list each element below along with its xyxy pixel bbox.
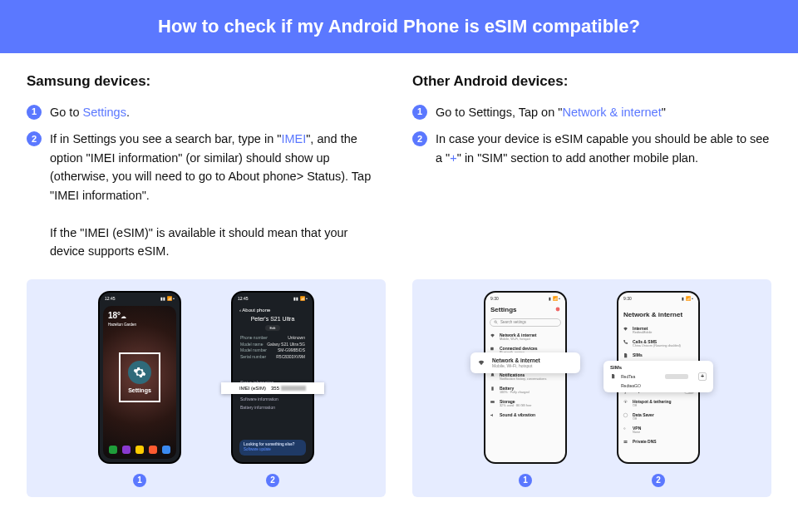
sims-callout: SIMs RedTea + RedteaGO	[603, 361, 713, 392]
bell-icon	[490, 372, 495, 378]
android-settings-phone: 9:30▮ 📶 ▪ Settings Search settings Netwo…	[484, 291, 567, 464]
screenshot-number-1: 1	[519, 474, 532, 487]
add-sim-plus-icon: +	[698, 372, 707, 381]
wallpaper: 18°☁ Hazelton Garden Settings	[103, 306, 176, 459]
settings-keyword: Settings	[83, 106, 126, 119]
svg-rect-13	[623, 441, 627, 441]
svg-point-10	[625, 401, 627, 402]
sim-icon	[623, 352, 628, 358]
search-icon	[494, 320, 498, 324]
instructions-columns: Samsung devices: 1 Go to Settings. 2 If …	[0, 53, 798, 269]
devices-icon	[490, 346, 495, 352]
weather-widget: 18°☁ Hazelton Garden	[108, 311, 136, 328]
other-step-2: 2 In case your device is eSIM capable yo…	[412, 130, 771, 167]
svg-point-1	[495, 321, 497, 323]
step-text: Go to Settings, Tap on "Network & intern…	[436, 103, 771, 121]
step-number-badge: 1	[27, 105, 42, 120]
svg-rect-9	[490, 401, 495, 402]
step-text: If in Settings you see a search bar, typ…	[50, 130, 386, 260]
settings-header: Settings	[485, 303, 565, 315]
settings-app-highlight: Settings	[119, 352, 160, 402]
svg-rect-8	[491, 387, 493, 391]
svg-line-2	[496, 323, 497, 323]
screenshot-number-2: 2	[652, 474, 665, 487]
svg-point-0	[556, 308, 560, 312]
battery-icon	[490, 386, 495, 392]
network-header: Network & internet	[618, 303, 698, 320]
samsung-step-2: 2 If in Settings you see a search bar, t…	[27, 130, 386, 260]
datasaver-icon	[623, 412, 628, 418]
redacted-sim-info	[665, 374, 688, 379]
redacted-imei	[281, 386, 306, 391]
wifi-icon	[623, 326, 628, 332]
app-dock	[106, 444, 173, 456]
imei-esim-highlight: IMEI (eSIM) 355	[221, 382, 324, 394]
sound-icon	[490, 412, 495, 418]
step-number-badge: 1	[412, 105, 427, 120]
imei-keyword: IMEI	[281, 132, 306, 145]
device-info-list: Phone numberUnknown Model nameGalaxy S21…	[236, 334, 309, 361]
android-network-phone: 9:30▮ 📶 ▪ Network & internet InternetRed…	[617, 291, 700, 464]
plus-keyword: +	[450, 151, 456, 165]
dns-icon	[623, 439, 628, 445]
screenshots-row: 12:45▮▮ 📶 ▪ 18°☁ Hazelton Garden Setting…	[0, 279, 798, 497]
hotspot-icon	[623, 399, 628, 405]
svg-rect-14	[623, 442, 627, 443]
status-bar: 9:30▮ 📶 ▪	[490, 296, 560, 303]
samsung-phone-home: 12:45▮▮ 📶 ▪ 18°☁ Hazelton Garden Setting…	[98, 291, 181, 464]
page-title: How to check if my Android Phone is eSIM…	[158, 16, 640, 37]
step-text: In case your device is eSIM capable you …	[436, 130, 771, 167]
status-bar: 9:30▮ 📶 ▪	[623, 296, 693, 303]
about-phone-header: ‹ About phone	[236, 306, 309, 314]
other-android-screenshots: 9:30▮ 📶 ▪ Settings Search settings Netwo…	[412, 279, 771, 497]
page-header: How to check if my Android Phone is eSIM…	[0, 0, 798, 53]
avatar-icon	[555, 307, 560, 312]
gear-icon	[128, 361, 151, 384]
wifi-icon	[477, 358, 485, 367]
samsung-column: Samsung devices: 1 Go to Settings. 2 If …	[27, 73, 386, 269]
network-internet-callout: Network & internetMobile, Wi-Fi, hotspot	[470, 352, 580, 373]
screenshot-numbers: 1 2	[484, 474, 700, 487]
settings-list: Network & internetMobile, Wi-Fi, hotspot…	[485, 330, 565, 421]
screenshot-number-1: 1	[133, 474, 146, 487]
search-settings: Search settings	[490, 318, 561, 327]
vpn-icon	[623, 426, 628, 431]
wifi-icon	[490, 332, 495, 338]
svg-point-12	[623, 427, 625, 429]
samsung-step-1: 1 Go to Settings.	[27, 103, 386, 121]
samsung-steps: 1 Go to Settings. 2 If in Settings you s…	[27, 103, 386, 261]
device-name: Peter's S21 Ultra	[236, 316, 309, 322]
status-bar: 12:45▮▮ 📶 ▪	[238, 296, 308, 303]
samsung-screenshots: 12:45▮▮ 📶 ▪ 18°☁ Hazelton Garden Setting…	[27, 279, 386, 497]
svg-rect-3	[490, 347, 494, 351]
samsung-phone-about: 12:45▮▮ 📶 ▪ ‹ About phone Peter's S21 Ul…	[231, 291, 314, 464]
network-internet-keyword: Network & internet	[562, 106, 661, 119]
looking-for-card: Looking for something else? Software upd…	[239, 440, 306, 456]
other-android-column: Other Android devices: 1 Go to Settings,…	[412, 73, 771, 269]
samsung-heading: Samsung devices:	[27, 73, 386, 90]
sim-icon	[610, 373, 616, 379]
other-heading: Other Android devices:	[412, 73, 771, 90]
settings-label: Settings	[128, 387, 151, 393]
screenshot-number-2: 2	[266, 474, 279, 487]
edit-button: Edit	[265, 325, 280, 331]
step-number-badge: 2	[27, 131, 42, 146]
phone-icon	[623, 339, 628, 345]
screenshot-numbers: 1 2	[98, 474, 314, 487]
status-bar: 12:45▮▮ 📶 ▪	[105, 296, 175, 303]
about-phone-screen: ‹ About phone Peter's S21 Ultra Edit Pho…	[236, 306, 309, 459]
svg-point-11	[623, 413, 628, 417]
step-text: Go to Settings.	[50, 103, 386, 121]
other-steps: 1 Go to Settings, Tap on "Network & inte…	[412, 103, 771, 167]
step-number-badge: 2	[412, 131, 427, 146]
other-step-1: 1 Go to Settings, Tap on "Network & inte…	[412, 103, 771, 121]
storage-icon	[490, 399, 495, 405]
